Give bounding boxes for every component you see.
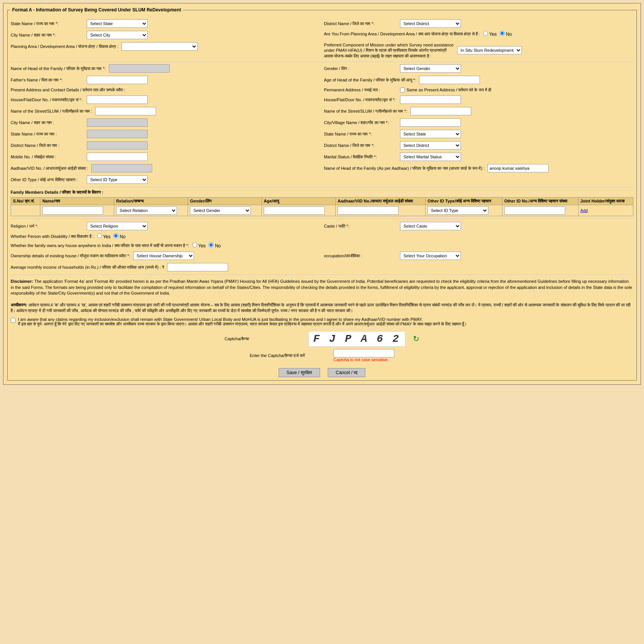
other-id-select[interactable]: Select ID Type bbox=[87, 175, 148, 184]
captcha-section: Captcha/कैप्चा F J P A 6 2 ↻ Enter the C… bbox=[11, 331, 633, 362]
street-permanent-label: Name of the Street/SLUM / गली/मौहल्ले का… bbox=[324, 108, 410, 114]
city-present-label: City Name / शहर का नाम : bbox=[11, 120, 87, 125]
add-button[interactable]: Add bbox=[580, 208, 588, 213]
house-yes-radio[interactable] bbox=[192, 242, 197, 247]
head-family-label: Name of Head of the Family / परिवार के म… bbox=[11, 66, 109, 71]
state-select[interactable]: Select State bbox=[87, 19, 148, 28]
city-present-input[interactable] bbox=[87, 118, 148, 127]
mobile-label: Mobile No. / मोबाईल संख्या : bbox=[11, 154, 87, 159]
disclaimer-section: Disclaimer: The application 'Format 4a' … bbox=[11, 279, 633, 314]
district-permanent-label: District Name / जिले का नाम *: bbox=[324, 143, 400, 148]
city-village-label: City/Village Name / शहर/गाँव का नाम *: bbox=[324, 120, 400, 125]
state-permanent-select[interactable]: Select State bbox=[400, 130, 461, 138]
planning-area-dev-label: Planning Area / Development Area / योजना… bbox=[11, 44, 121, 49]
table-header-relation: Relation/सम्बन्ध bbox=[114, 198, 188, 205]
district-present-input[interactable] bbox=[87, 141, 148, 150]
preferred-component-select[interactable]: In Situ Slum Redevelopment bbox=[457, 46, 522, 54]
अस्वीकरण-text: आवेदन प्रारूप.4 'क' और प्रारूप.4 'ख', आव… bbox=[11, 303, 630, 313]
gender-select[interactable]: Select Gender bbox=[400, 64, 461, 73]
street-present-input[interactable] bbox=[95, 107, 156, 115]
family-age-input[interactable] bbox=[264, 206, 325, 215]
preferred-component-label: Preferred Component of Mission under whi… bbox=[324, 42, 457, 59]
religion-label: Religion / धर्म *: bbox=[11, 223, 87, 229]
captcha-input[interactable] bbox=[333, 349, 394, 357]
aadhaar-input[interactable] bbox=[91, 164, 152, 172]
table-header-other-id-type: Other ID Type/कोई अन्य विशिष्ट पहचान bbox=[426, 198, 502, 205]
income-label: Average monthly income of households (in… bbox=[11, 265, 167, 270]
state-present-label: State Name / राज्य का नाम : bbox=[11, 131, 87, 137]
house-yes-label: Yes bbox=[192, 242, 206, 249]
house-no-radio[interactable] bbox=[209, 242, 214, 247]
save-button[interactable]: Save / सुरक्षित bbox=[279, 368, 320, 377]
ownership-details-label: Ownership details of existing house / मौ… bbox=[11, 253, 133, 258]
planning-area-dev-select[interactable] bbox=[121, 42, 198, 51]
city-village-input[interactable] bbox=[400, 118, 461, 127]
planning-area-yes-label: Yes bbox=[483, 31, 497, 37]
family-id-no-input[interactable] bbox=[504, 206, 565, 215]
income-input[interactable] bbox=[167, 263, 228, 271]
father-name-input[interactable] bbox=[87, 76, 148, 84]
state-present-input[interactable] bbox=[87, 130, 148, 138]
family-name-input[interactable] bbox=[42, 206, 103, 215]
house-door-present-input[interactable] bbox=[87, 96, 148, 104]
captcha-note: Captcha is not case sensitive. bbox=[333, 357, 394, 362]
captcha-image: F J P A 6 2 bbox=[308, 331, 405, 347]
family-id-type-select[interactable]: Select ID Type bbox=[427, 206, 488, 215]
same-as-present-label: Same as Present Address / वर्तमान पते के… bbox=[406, 88, 491, 92]
house-ownership-label: Whether the family owns any house anywhe… bbox=[11, 243, 192, 248]
city-select[interactable]: Select City bbox=[87, 31, 148, 39]
house-door-permanent-label: House/Flat/Door No. / मकान/फ्लैट/द्वार स… bbox=[324, 97, 400, 102]
same-as-present-checkbox[interactable] bbox=[400, 88, 405, 92]
refresh-captcha-icon[interactable]: ↻ bbox=[413, 334, 419, 343]
disclaimer-heading: Disclaimer: bbox=[11, 279, 33, 284]
disclaimer-text: The application 'Format 4a' and 'Format … bbox=[11, 279, 632, 295]
consent-text: I am aware that any claims regarding my … bbox=[18, 317, 422, 322]
house-no-label: No bbox=[209, 242, 221, 249]
occupation-select[interactable]: Select Your Occupation bbox=[400, 252, 461, 260]
marital-status-label: Marital Status / वैवाहिक स्थिति *: bbox=[324, 154, 400, 159]
table-header-name: Name/नाम bbox=[40, 198, 114, 205]
state-name-label: State Name / राज्य का नाम *: bbox=[11, 21, 87, 26]
mobile-input[interactable] bbox=[87, 153, 148, 161]
consent-checkbox[interactable] bbox=[11, 318, 16, 323]
family-relation-select[interactable]: Select Relation bbox=[116, 206, 177, 215]
family-aadhaar-input[interactable] bbox=[338, 206, 399, 215]
age-input[interactable] bbox=[419, 76, 480, 84]
disability-no-radio[interactable] bbox=[113, 233, 118, 238]
street-permanent-input[interactable] bbox=[410, 107, 471, 115]
family-members-label: Family Members Details / परिवार के सदस्य… bbox=[11, 190, 106, 194]
planning-area-no-radio[interactable] bbox=[500, 31, 505, 36]
अस्वीकरण-heading: अस्वीकरण: bbox=[11, 303, 27, 307]
head-family-input[interactable] bbox=[109, 64, 170, 73]
house-door-permanent-input[interactable] bbox=[400, 96, 461, 104]
disability-yes-radio[interactable] bbox=[97, 233, 102, 238]
city-name-label: City Name / शहर का नाम *: bbox=[11, 32, 87, 38]
aadhaar-head-family-label: Name of Head of the Family (As per Aadha… bbox=[324, 166, 488, 171]
table-header-joint-holder: Joint Holder/संयुक्त धारक bbox=[578, 198, 633, 205]
captcha-input-label: Enter the Captcha/कैप्चा दर्ज करें bbox=[250, 353, 326, 358]
district-name-label: District Name / जिले का नाम *: bbox=[324, 21, 400, 26]
cancel-button[interactable]: Cancel / रद्द bbox=[328, 368, 365, 377]
button-row: Save / सुरक्षित Cancel / रद्द bbox=[11, 368, 633, 377]
family-members-table: S.No/ क्र.सं. Name/नाम Relation/सम्बन्ध … bbox=[11, 197, 633, 216]
planning-area-yes-radio[interactable] bbox=[483, 31, 488, 36]
district-select[interactable]: Select District bbox=[400, 19, 461, 28]
table-header-aadhaar: Aadhaar/VID No./आधार/ वर्चुअल आईडी संख्य… bbox=[335, 198, 425, 205]
table-header-other-id-no: Other ID No./अन्य विशिष्ट पहचान संख्या bbox=[502, 198, 578, 205]
disability-yes-label: Yes bbox=[97, 233, 111, 239]
present-address-label: Present Address and Contact Details / वर… bbox=[11, 87, 128, 92]
gender-label: Gender / लिंग : bbox=[324, 66, 400, 71]
disability-label: Whether Person with Disability / क्या वि… bbox=[11, 234, 97, 239]
caste-select[interactable]: Select Caste bbox=[400, 222, 461, 230]
table-header-age: Age/आयु bbox=[262, 198, 336, 205]
family-gender-select[interactable]: Select Gender bbox=[190, 206, 251, 215]
form-title: Format A - Information of Survey Being C… bbox=[11, 7, 183, 13]
marital-status-select[interactable]: Select Marital Status bbox=[400, 153, 461, 161]
house-ownership-select[interactable]: Select House Ownership bbox=[133, 252, 194, 260]
aadhaar-head-family-input[interactable] bbox=[488, 164, 548, 172]
occupation-label: occupation/उपजीविका : bbox=[324, 253, 400, 258]
religion-select[interactable]: Select Religion bbox=[87, 222, 148, 230]
planning-area-label: Are You From Planning Area / Development… bbox=[324, 31, 483, 37]
district-permanent-select[interactable]: Select District bbox=[400, 141, 461, 150]
other-id-label: Other ID Type / कोई अन्य विशिष्ट पहचान : bbox=[11, 177, 87, 182]
